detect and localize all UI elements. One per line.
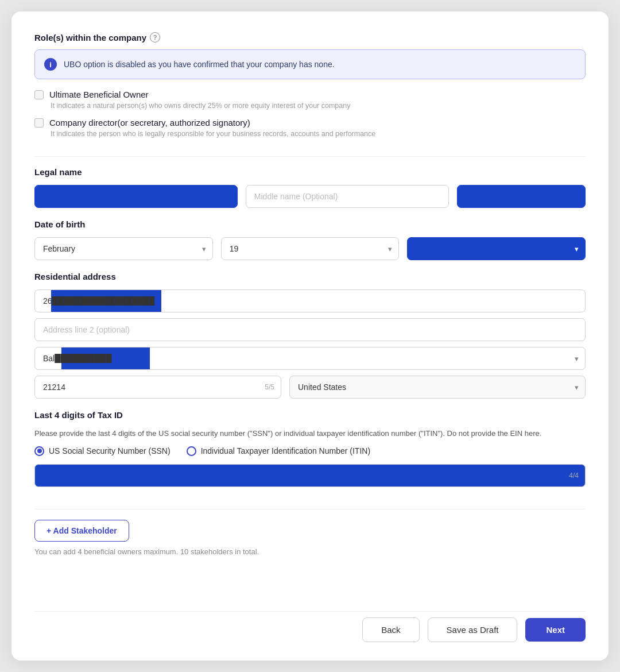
save-draft-button[interactable]: Save as Draft	[428, 617, 518, 642]
ubo-checkbox-label[interactable]: Ultimate Beneficial Owner	[34, 90, 586, 99]
year-select-wrap: ████ ▾	[407, 237, 586, 260]
next-button[interactable]: Next	[525, 618, 586, 642]
director-checkbox[interactable]	[34, 118, 44, 128]
stakeholder-note: You can add 4 beneficial owners maximum.…	[34, 547, 586, 556]
month-select-wrap: January February March April May June Ju…	[34, 237, 213, 260]
director-checkbox-row: Company director(or secretary, authorize…	[34, 118, 586, 138]
roles-help-icon[interactable]: ?	[150, 32, 160, 43]
ubo-checkbox-row: Ultimate Beneficial Owner It indicates a…	[34, 90, 586, 110]
ssn-radio-label[interactable]: US Social Security Number (SSN)	[34, 446, 170, 456]
divider-2	[34, 509, 586, 509]
stakeholder-section: + Add Stakeholder You can add 4 benefici…	[34, 520, 586, 565]
info-icon: i	[44, 58, 57, 71]
address-block: Bal██████████ ▾ 5/5 United States ▾	[34, 289, 586, 399]
ssn-input[interactable]	[34, 464, 586, 487]
address-line1-input[interactable]	[34, 289, 586, 312]
divider-1	[34, 156, 586, 157]
address-section: Residential address Bal██████████ ▾ 5/5 …	[34, 272, 586, 410]
address-line2-input[interactable]	[34, 318, 586, 341]
main-card: Role(s) within the company ? i UBO optio…	[11, 11, 609, 661]
middle-name-input[interactable]	[246, 185, 449, 208]
itin-radio-label[interactable]: Individual Taxpayer Identification Numbe…	[187, 446, 370, 456]
zip-counter: 5/5	[265, 383, 274, 391]
day-select-wrap: 1234 5678 9101112 13141516 17181920 2122…	[221, 237, 400, 260]
add-stakeholder-button[interactable]: + Add Stakeholder	[34, 520, 129, 542]
roles-section: Role(s) within the company ? i UBO optio…	[34, 32, 586, 146]
ubo-info-text: UBO option is disabled as you have confi…	[64, 60, 335, 69]
ssn-counter: 4/4	[569, 472, 579, 480]
last-name-input[interactable]	[457, 185, 586, 208]
tax-radio-row: US Social Security Number (SSN) Individu…	[34, 446, 586, 456]
back-button[interactable]: Back	[362, 617, 419, 642]
ubo-info-banner: i UBO option is disabled as you have con…	[34, 49, 586, 79]
ssn-field-wrap: 4/4	[34, 464, 586, 487]
ubo-checkbox[interactable]	[34, 90, 44, 99]
country-select[interactable]: United States	[289, 376, 586, 399]
day-select[interactable]: 1234 5678 9101112 13141516 17181920 2122…	[221, 237, 400, 260]
city-select-wrap: Bal██████████ ▾	[34, 347, 586, 370]
zip-input[interactable]	[34, 376, 281, 399]
year-select[interactable]: ████	[407, 237, 586, 260]
dob-section: Date of birth January February March Apr…	[34, 219, 586, 272]
director-desc: It indicates the person who is legally r…	[51, 130, 586, 138]
dob-label: Date of birth	[34, 219, 586, 229]
first-name-input[interactable]	[34, 185, 238, 208]
tax-label: Last 4 digits of Tax ID	[34, 410, 586, 420]
dob-row: January February March April May June Ju…	[34, 237, 586, 260]
tax-section: Last 4 digits of Tax ID Please provide t…	[34, 410, 586, 487]
director-checkbox-label[interactable]: Company director(or secretary, authorize…	[34, 118, 586, 128]
ubo-desc: It indicates a natural person(s) who own…	[51, 102, 586, 110]
address-row-2: 5/5 United States ▾	[34, 376, 586, 399]
month-select[interactable]: January February March April May June Ju…	[34, 237, 213, 260]
legal-name-section: Legal name	[34, 167, 586, 219]
legal-name-label: Legal name	[34, 167, 586, 177]
country-select-wrap: United States ▾	[289, 376, 586, 399]
roles-label: Role(s) within the company ?	[34, 32, 586, 43]
legal-name-row	[34, 185, 586, 208]
footer-actions: Back Save as Draft Next	[34, 611, 586, 642]
itin-radio[interactable]	[187, 446, 196, 456]
city-select[interactable]: Bal██████████	[34, 347, 586, 370]
ssn-radio[interactable]	[34, 446, 44, 456]
tax-description: Please provide the last 4 digits of the …	[34, 428, 586, 439]
address-label: Residential address	[34, 272, 586, 281]
zip-wrap: 5/5	[34, 376, 281, 399]
